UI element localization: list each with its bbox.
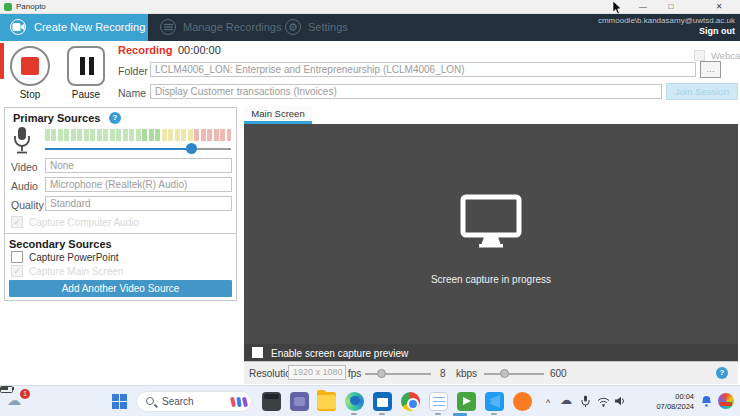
folder-label: Folder: [118, 65, 148, 77]
account-email: cmmoodle\b.kandasamy@uwtsd.ac.uk: [598, 16, 735, 25]
sign-out-link[interactable]: Sign out: [598, 26, 735, 36]
add-video-source-button[interactable]: Add Another Video Source: [9, 280, 232, 297]
gear-icon: ⚙: [285, 19, 301, 35]
capture-computer-audio-label: Capture Computer Audio: [29, 217, 139, 228]
recording-header: Stop Pause Recording 00:00:00 Webcast Fo…: [0, 41, 740, 105]
taskbar-chrome-icon[interactable]: [401, 392, 420, 411]
kbps-slider-track[interactable]: [484, 373, 544, 375]
search-highlights-icon: [230, 397, 236, 408]
taskbar-vscode-icon[interactable]: [485, 392, 504, 411]
notifications-bell-icon[interactable]: [701, 395, 712, 409]
resolution-input[interactable]: 1920 x 1080: [288, 365, 346, 380]
tray-time: 00:04: [646, 392, 694, 402]
notification-badge: 1: [20, 389, 30, 399]
fps-slider-handle[interactable]: [377, 369, 386, 378]
quality-label: Quality: [11, 199, 44, 211]
tray-recorder-icon[interactable]: [718, 393, 734, 409]
primary-sources-title: Primary Sources: [13, 112, 100, 124]
primary-sources-help-icon[interactable]: ?: [109, 112, 121, 124]
capture-settings-bar: Resolution 1920 x 1080 fps 8 kbps 600 ?: [244, 361, 738, 384]
fps-slider-track[interactable]: [365, 373, 431, 375]
panopto-window: Panopto — □ ✕ Create New Recording Manag…: [0, 0, 740, 416]
pause-bar-icon: [80, 57, 85, 75]
video-label: Video: [11, 161, 38, 173]
microphone-icon: [11, 126, 33, 160]
quality-select[interactable]: Standard: [45, 196, 232, 211]
pause-label: Pause: [66, 89, 106, 100]
running-indicator: [351, 413, 357, 415]
session-name-input[interactable]: Display Customer transactions (Invoices): [150, 84, 662, 99]
capture-main-screen-label: Capture Main Screen: [29, 266, 124, 277]
taskbar-notepad-icon[interactable]: [429, 392, 448, 411]
taskbar-xampp-icon[interactable]: [513, 392, 532, 411]
tab-main-screen[interactable]: Main Screen: [244, 106, 312, 124]
volume-slider-handle[interactable]: [186, 143, 197, 154]
taskbar-app-window-icon[interactable]: [262, 392, 281, 411]
audio-source-select[interactable]: Microphone (Realtek(R) Audio): [45, 177, 232, 192]
search-highlights-icon: [236, 397, 241, 407]
taskbar-panopto-icon[interactable]: [457, 392, 476, 411]
volume-icon[interactable]: [614, 396, 626, 408]
taskbar-edge-icon[interactable]: [345, 392, 364, 411]
fps-label: fps: [348, 368, 361, 379]
browse-folder-button[interactable]: …: [700, 61, 721, 78]
close-button[interactable]: ✕: [710, 1, 728, 13]
tray-chevron-up-icon[interactable]: ^: [546, 398, 550, 408]
search-highlights-icon: [242, 397, 248, 408]
recording-indicator-strip: [0, 43, 4, 79]
panopto-logo-icon: [4, 3, 12, 11]
stop-button[interactable]: [10, 46, 50, 86]
weather-widget-icon[interactable]: ☁: [7, 392, 21, 408]
taskbar-teams-icon[interactable]: [290, 392, 309, 411]
enable-preview-checkbox[interactable]: [252, 347, 263, 358]
enable-preview-row: Enable screen capture preview: [244, 344, 738, 361]
capture-status-text: Screen capture in progress: [244, 274, 738, 285]
minimize-button[interactable]: —: [634, 1, 652, 13]
titlebar: Panopto — □ ✕: [0, 0, 740, 14]
running-indicator: [491, 413, 497, 415]
tray-date: 07/08/2024: [646, 402, 694, 412]
capture-main-screen-checkbox[interactable]: ✓: [11, 265, 23, 277]
window-title: Panopto: [16, 2, 46, 11]
taskbar-file-explorer-icon[interactable]: [317, 392, 336, 411]
screen-capture-preview: Screen capture in progress Enable screen…: [244, 124, 738, 361]
preview-tabstrip: Main Screen: [244, 105, 738, 124]
video-camera-icon: [10, 19, 26, 35]
recording-timer: 00:00:00: [178, 44, 221, 56]
search-label: Search: [162, 396, 194, 407]
secondary-sources-title: Secondary Sources: [9, 238, 112, 250]
audio-level-meter: [45, 129, 231, 141]
kbps-label: kbps: [456, 368, 477, 379]
enable-preview-label: Enable screen capture preview: [271, 348, 408, 359]
tab-create-new-recording[interactable]: Create New Recording: [0, 14, 148, 41]
maximize-button[interactable]: □: [662, 1, 680, 13]
name-label: Name: [118, 87, 146, 99]
tray-clock[interactable]: 00:04 07/08/2024: [646, 392, 694, 411]
webcast-checkbox[interactable]: [694, 50, 705, 61]
taskbar-store-icon[interactable]: [373, 392, 392, 411]
wifi-icon[interactable]: [597, 397, 610, 409]
start-button[interactable]: [112, 394, 127, 409]
panel-divider: [5, 233, 236, 234]
video-source-select[interactable]: None: [45, 158, 232, 173]
tray-microphone-icon[interactable]: [581, 395, 590, 410]
audio-label: Audio: [11, 180, 38, 192]
main-navbar: Create New Recording Manage Recordings ⚙…: [0, 14, 740, 41]
taskbar-search[interactable]: Search: [136, 391, 252, 412]
capture-powerpoint-checkbox[interactable]: [11, 251, 23, 263]
join-session-button[interactable]: Join Session: [666, 83, 738, 100]
sources-panel: Primary Sources ? Video None Audio Micro…: [4, 107, 237, 301]
pause-bar-icon: [89, 57, 94, 75]
onedrive-icon[interactable]: ☁: [560, 393, 572, 407]
capture-computer-audio-checkbox[interactable]: ✓: [11, 216, 23, 228]
settings-help-icon[interactable]: ?: [716, 367, 728, 379]
kbps-slider-handle[interactable]: [500, 369, 509, 378]
running-indicator: [379, 413, 385, 415]
pause-button[interactable]: [67, 46, 105, 86]
search-icon: [146, 397, 154, 405]
fps-value: 8: [440, 368, 446, 379]
kbps-value: 600: [550, 368, 567, 379]
webcast-label: Webcast: [711, 50, 740, 61]
volume-slider-track[interactable]: [45, 148, 231, 150]
folder-input[interactable]: LCLM4006_LON: Enterprise and Entrepreneu…: [150, 62, 696, 77]
